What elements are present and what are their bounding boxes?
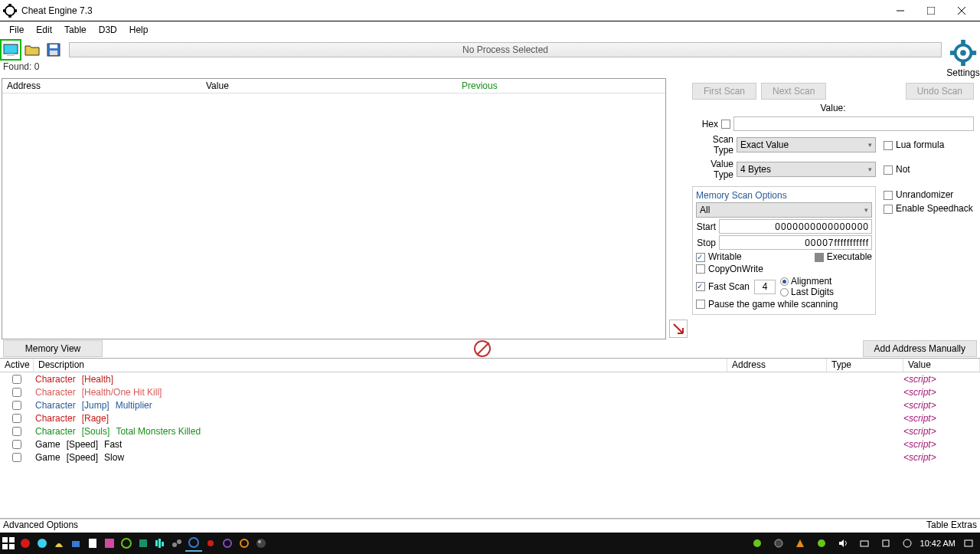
first-scan-button[interactable]: First Scan xyxy=(692,83,756,100)
taskbar-app-icon[interactable] xyxy=(17,535,34,552)
tray-icon[interactable] xyxy=(749,535,766,552)
alignment-radio[interactable] xyxy=(780,277,789,286)
table-row[interactable]: Character[Rage]<script> xyxy=(0,411,980,425)
row-active-checkbox[interactable] xyxy=(12,427,21,436)
taskbar-app-icon[interactable] xyxy=(219,535,236,552)
scan-type-select[interactable]: Exact Value▾ xyxy=(737,137,876,152)
row-active-checkbox[interactable] xyxy=(12,414,21,423)
taskbar-app-icon[interactable] xyxy=(84,535,101,552)
notifications-icon[interactable] xyxy=(960,535,977,552)
value-type-select[interactable]: 4 Bytes▾ xyxy=(737,162,876,177)
mso-region-select[interactable]: All▾ xyxy=(696,202,872,218)
table-row[interactable]: Character[Souls]Total Monsters Killed<sc… xyxy=(0,425,980,438)
row-active-checkbox[interactable] xyxy=(12,440,21,449)
open-file-button[interactable] xyxy=(21,39,43,61)
executable-checkbox[interactable] xyxy=(815,253,824,262)
svg-rect-31 xyxy=(155,540,158,546)
select-process-button[interactable] xyxy=(0,39,21,61)
row-description: Character[Health/One Hit Kill] xyxy=(34,387,727,398)
value-input[interactable] xyxy=(733,116,974,131)
fast-scan-checkbox[interactable] xyxy=(696,282,705,291)
undo-scan-button[interactable]: Undo Scan xyxy=(906,83,974,100)
svg-rect-26 xyxy=(72,541,80,547)
lua-formula-checkbox[interactable] xyxy=(884,141,893,150)
tray-volume-icon[interactable] xyxy=(835,535,851,552)
stop-label: Stop xyxy=(696,238,719,248)
clock[interactable]: 10:42 AM xyxy=(920,539,956,548)
th-value[interactable]: Value xyxy=(903,359,980,372)
pause-checkbox[interactable] xyxy=(696,300,705,309)
add-address-button[interactable]: Add Address Manually xyxy=(863,340,977,357)
taskbar-app-icon[interactable] xyxy=(34,535,51,552)
tray-network-icon[interactable] xyxy=(856,535,873,552)
writable-checkbox[interactable] xyxy=(696,253,705,262)
memory-view-button[interactable]: Memory View xyxy=(3,340,103,357)
hex-checkbox[interactable] xyxy=(721,120,730,129)
th-description[interactable]: Description xyxy=(34,359,727,372)
table-row[interactable]: Game[Speed]Slow<script> xyxy=(0,451,980,464)
taskbar-app-icon[interactable] xyxy=(152,535,168,552)
taskbar-app-icon[interactable] xyxy=(101,535,118,552)
close-button[interactable] xyxy=(946,0,977,21)
tray-icon[interactable] xyxy=(770,535,787,552)
unrandomizer-checkbox[interactable] xyxy=(884,191,893,200)
row-active-checkbox[interactable] xyxy=(12,401,21,410)
th-type[interactable]: Type xyxy=(827,359,903,372)
svg-point-35 xyxy=(177,539,181,544)
clear-list-button[interactable] xyxy=(474,340,491,357)
not-checkbox[interactable] xyxy=(884,166,893,175)
start-input[interactable] xyxy=(719,219,872,234)
taskbar-app-icon[interactable] xyxy=(236,535,253,552)
arrow-icon xyxy=(672,323,684,335)
toolbar: No Process Selected xyxy=(0,38,946,61)
settings-button[interactable]: Settings xyxy=(946,38,980,78)
start-button[interactable] xyxy=(0,535,17,552)
menu-file[interactable]: File xyxy=(3,23,30,37)
scan-panel: First Scan Next Scan Undo Scan Value: He… xyxy=(689,78,980,339)
next-scan-button[interactable]: Next Scan xyxy=(761,83,826,100)
memory-scan-options: Memory Scan Options All▾ Start Stop Writ… xyxy=(692,186,876,315)
row-active-checkbox[interactable] xyxy=(12,388,21,397)
taskbar-app-icon[interactable] xyxy=(168,535,185,552)
fast-scan-input[interactable] xyxy=(754,280,776,294)
table-extras-button[interactable]: Table Extras xyxy=(926,520,977,533)
advanced-options-button[interactable]: Advanced Options xyxy=(3,520,78,533)
tray-icon[interactable] xyxy=(899,535,916,552)
menu-d3d[interactable]: D3D xyxy=(93,23,123,37)
copyonwrite-checkbox[interactable] xyxy=(696,264,705,274)
th-address[interactable]: Address xyxy=(727,359,827,372)
last-digits-radio[interactable] xyxy=(780,288,789,297)
scan-results-list[interactable]: Address Value Previous xyxy=(2,78,666,339)
maximize-button[interactable] xyxy=(916,0,946,21)
enable-speedhack-checkbox[interactable] xyxy=(884,205,893,214)
expand-arrow-button[interactable] xyxy=(669,320,688,338)
menu-edit[interactable]: Edit xyxy=(30,23,58,37)
table-row[interactable]: Character[Health]<script> xyxy=(0,372,980,385)
save-button[interactable] xyxy=(43,39,64,61)
table-row[interactable]: Character[Jump]Multiplier<script> xyxy=(0,398,980,411)
taskbar-app-icon[interactable] xyxy=(253,535,270,552)
taskbar-app-icon[interactable] xyxy=(185,535,202,552)
mid-bar: Memory View Add Address Manually xyxy=(0,339,980,358)
table-row[interactable]: Game[Speed]Fast<script> xyxy=(0,438,980,451)
tray-icon[interactable] xyxy=(877,535,894,552)
row-value: <script> xyxy=(903,400,980,411)
taskbar-app-icon[interactable] xyxy=(202,535,219,552)
row-description: Character[Jump]Multiplier xyxy=(34,400,727,411)
table-row[interactable]: Character[Health/One Hit Kill]<script> xyxy=(0,385,980,398)
stop-input[interactable] xyxy=(719,235,872,250)
tray-icon[interactable] xyxy=(792,535,808,552)
taskbar-app-icon[interactable] xyxy=(51,535,67,552)
taskbar-app-icon[interactable] xyxy=(118,535,135,552)
row-active-checkbox[interactable] xyxy=(12,375,21,384)
taskbar-app-icon[interactable] xyxy=(135,535,152,552)
taskbar-app-icon[interactable] xyxy=(67,535,84,552)
col-address: Address xyxy=(7,80,206,91)
th-active[interactable]: Active xyxy=(0,359,34,372)
tray-icon[interactable] xyxy=(813,535,830,552)
row-active-checkbox[interactable] xyxy=(12,453,21,462)
minimize-button[interactable] xyxy=(885,0,916,21)
menu-help[interactable]: Help xyxy=(123,23,155,37)
menu-table[interactable]: Table xyxy=(58,23,93,37)
process-bar[interactable]: No Process Selected xyxy=(69,42,942,57)
